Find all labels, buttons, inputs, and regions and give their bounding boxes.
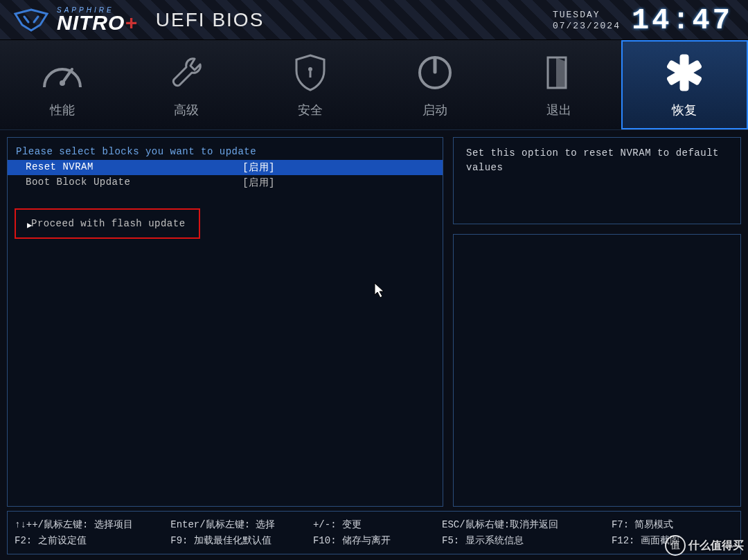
brand-main: NITRO [57, 11, 125, 34]
nav-label: 退出 [546, 102, 571, 118]
header-clock-area: TUESDAY 07/23/2024 14:47 [553, 4, 733, 37]
brand-logo: SAPPHIRE NITRO+ [12, 6, 138, 33]
header-time: 14:47 [632, 4, 733, 37]
nav-tab-boot[interactable]: 启动 [373, 40, 497, 129]
option-value: [启用] [242, 161, 434, 174]
submenu-arrow-icon: ▶ [27, 220, 33, 231]
brand-text: SAPPHIRE NITRO+ [57, 6, 138, 33]
watermark-text: 什么值得买 [688, 539, 744, 553]
shield-icon [294, 52, 327, 93]
option-reset-nvram[interactable]: Reset NVRAM [启用] [8, 160, 443, 175]
hint-change: +/-: 变更 [313, 517, 435, 532]
bios-header: SAPPHIRE NITRO+ UEFI BIOS TUESDAY 07/23/… [0, 0, 748, 40]
wrench-icon [167, 52, 206, 93]
watermark: 值 什么值得买 [665, 535, 744, 556]
nav-label: 恢复 [672, 102, 697, 118]
nitro-logo-icon [12, 7, 50, 33]
nav-tab-performance[interactable]: 性能 [0, 40, 124, 129]
nav-tab-advanced[interactable]: 高级 [124, 40, 248, 129]
help-text: Set this option to reset NVRAM to defaul… [466, 146, 728, 175]
hint-f10: F10: 储存与离开 [313, 533, 435, 548]
hint-f9: F9: 加载最佳化默认值 [170, 533, 306, 548]
nav-label: 性能 [50, 102, 75, 118]
hint-enter: Enter/鼠标左键: 选择 [170, 517, 306, 532]
hint-esc: ESC/鼠标右键:取消并返回 [442, 517, 605, 532]
header-title: UEFI BIOS [156, 9, 264, 31]
info-panel [453, 234, 741, 507]
nav-tab-exit[interactable]: 退出 [497, 40, 621, 129]
svg-point-2 [308, 67, 312, 71]
hint-f5: F5: 显示系统信息 [442, 533, 605, 548]
option-boot-block-update[interactable]: Boot Block Update [启用] [8, 175, 443, 190]
brand-plus: + [125, 11, 138, 34]
proceed-flash-update[interactable]: ▶ Proceed with flash update [15, 208, 200, 239]
panel-instruction: Please select blocks you want to update [8, 146, 443, 160]
help-panel: Set this option to reset NVRAM to defaul… [453, 137, 741, 224]
exit-icon [542, 52, 576, 93]
option-name: Reset NVRAM [26, 161, 93, 174]
svg-point-1 [60, 80, 65, 86]
nav-label: 启动 [422, 102, 447, 118]
content-area: Please select blocks you want to update … [0, 130, 748, 507]
header-day: TUESDAY [553, 10, 621, 21]
watermark-badge-icon: 值 [665, 535, 686, 556]
option-value: [启用] [242, 177, 434, 189]
hint-nav-select: ↑↓++/鼠标左键: 选择项目 [15, 517, 163, 532]
option-name: Boot Block Update [26, 177, 130, 189]
gauge-icon [40, 52, 84, 93]
options-panel: Please select blocks you want to update … [7, 137, 443, 507]
hint-f7: F7: 简易模式 [612, 517, 733, 532]
proceed-label: Proceed with flash update [31, 218, 186, 229]
nav-tab-recovery[interactable]: 恢复 [621, 40, 748, 129]
power-icon [416, 52, 454, 93]
nav-label: 高级 [174, 102, 199, 118]
nav-tab-security[interactable]: 安全 [249, 40, 373, 129]
header-date: 07/23/2024 [553, 21, 621, 32]
top-nav: 性能 高级 安全 启动 [0, 40, 748, 130]
key-hint-bar: ↑↓++/鼠标左键: 选择项目 F2: 之前设定值 Enter/鼠标左键: 选择… [7, 511, 741, 554]
nav-label: 安全 [298, 102, 323, 118]
hint-f2: F2: 之前设定值 [15, 533, 163, 548]
recovery-icon [664, 52, 704, 93]
side-panels: Set this option to reset NVRAM to defaul… [453, 137, 741, 507]
